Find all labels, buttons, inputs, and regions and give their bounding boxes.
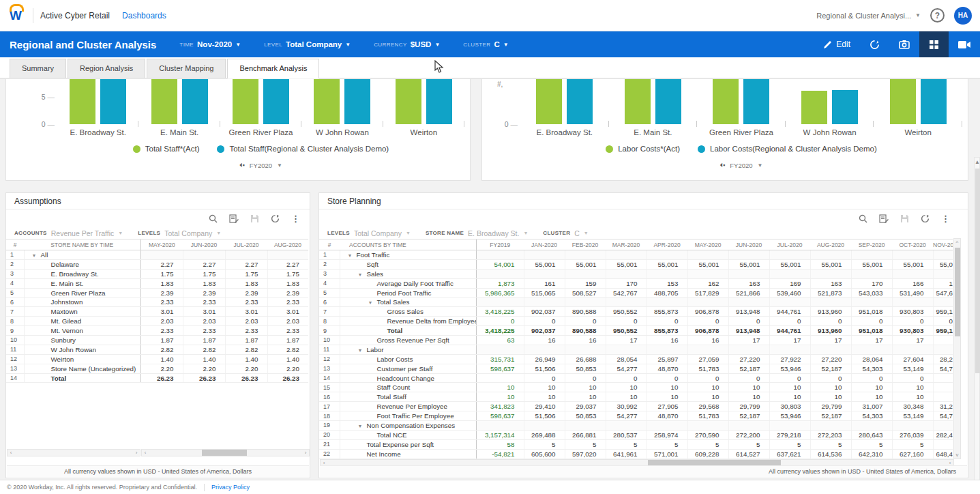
value-cell[interactable]: 159 bbox=[565, 278, 606, 288]
value-cell[interactable]: 0 bbox=[565, 317, 606, 326]
prev-period-icon[interactable]: ⏴▪ bbox=[720, 162, 726, 169]
value-cell[interactable]: 26,949 bbox=[524, 354, 565, 364]
value-cell[interactable]: 5 bbox=[647, 439, 687, 449]
value-cell[interactable]: 52,187 bbox=[728, 411, 769, 421]
value-cell[interactable] bbox=[728, 421, 769, 431]
value-cell[interactable] bbox=[769, 421, 810, 431]
value-cell[interactable] bbox=[687, 250, 728, 260]
value-cell[interactable]: 16 bbox=[647, 336, 687, 345]
value-cell[interactable]: 944,761 bbox=[769, 326, 810, 336]
page-vscrollbar[interactable]: ▲ bbox=[974, 157, 980, 494]
value-cell[interactable] bbox=[687, 297, 728, 307]
value-cell[interactable]: 0 bbox=[892, 373, 933, 383]
value-cell[interactable]: 0 bbox=[687, 317, 728, 326]
row-label-cell[interactable]: W John Rowan bbox=[24, 345, 140, 354]
video-button[interactable] bbox=[949, 31, 980, 57]
bar[interactable] bbox=[182, 79, 208, 124]
value-cell[interactable]: 315,731 bbox=[476, 354, 524, 364]
value-cell[interactable]: 642,310 bbox=[851, 449, 892, 459]
value-cell[interactable]: 266,881 bbox=[565, 430, 606, 439]
value-cell[interactable]: 10 bbox=[476, 383, 524, 392]
value-cell[interactable]: 1.83 bbox=[267, 278, 308, 288]
value-cell[interactable]: 54,001 bbox=[476, 259, 524, 269]
value-cell[interactable]: 53,149 bbox=[892, 364, 933, 373]
value-cell[interactable]: 52,187 bbox=[728, 364, 769, 373]
value-cell[interactable]: 51,783 bbox=[687, 364, 728, 373]
row-label-cell[interactable]: Period Foot Traffic bbox=[340, 288, 476, 297]
value-cell[interactable] bbox=[565, 421, 606, 431]
value-cell[interactable]: 531,490 bbox=[892, 288, 933, 297]
value-cell[interactable]: 52,187 bbox=[810, 411, 851, 421]
tab-summary[interactable]: Summary bbox=[10, 59, 66, 78]
value-cell[interactable] bbox=[769, 345, 810, 354]
value-cell[interactable]: 54,303 bbox=[851, 364, 892, 373]
value-cell[interactable] bbox=[647, 250, 687, 260]
accounts-filter[interactable]: ACCOUNTS Revenue Per Traffic ▼ bbox=[14, 229, 123, 237]
scrollbar-thumb[interactable] bbox=[955, 248, 960, 336]
value-cell[interactable]: 170 bbox=[851, 278, 892, 288]
value-cell[interactable]: 2.33 bbox=[183, 297, 225, 307]
value-cell[interactable] bbox=[606, 345, 647, 354]
value-cell[interactable]: 571,001 bbox=[647, 449, 687, 459]
value-cell[interactable]: 10 bbox=[728, 392, 769, 402]
value-cell[interactable]: 5 bbox=[892, 439, 933, 449]
row-label-cell[interactable]: Mt. Vernon bbox=[24, 326, 140, 336]
bar[interactable] bbox=[921, 79, 947, 124]
value-cell[interactable]: 272,200 bbox=[728, 430, 769, 439]
value-cell[interactable] bbox=[606, 421, 647, 431]
value-cell[interactable]: 53,149 bbox=[892, 411, 933, 421]
period-selector[interactable]: ⏴▪ FY2020 ▼ bbox=[57, 162, 464, 169]
value-cell[interactable]: 26.23 bbox=[140, 373, 183, 383]
value-cell[interactable]: 0 bbox=[476, 317, 524, 326]
value-cell[interactable] bbox=[769, 269, 810, 278]
value-cell[interactable]: 930,803 bbox=[892, 326, 933, 336]
value-cell[interactable]: 169 bbox=[769, 278, 810, 288]
value-cell[interactable] bbox=[728, 250, 769, 260]
row-label-cell[interactable]: Johnstown bbox=[24, 297, 140, 307]
value-cell[interactable]: 5 bbox=[565, 439, 606, 449]
value-cell[interactable] bbox=[606, 269, 647, 278]
value-cell[interactable] bbox=[647, 269, 687, 278]
value-cell[interactable]: 5 bbox=[606, 439, 647, 449]
bar[interactable] bbox=[314, 79, 340, 124]
row-label-cell[interactable]: Total bbox=[24, 373, 140, 383]
row-label-cell[interactable]: Weirton bbox=[24, 354, 140, 364]
value-cell[interactable]: 2.82 bbox=[267, 345, 308, 354]
value-cell[interactable]: 55,001 bbox=[851, 259, 892, 269]
value-cell[interactable]: 5 bbox=[524, 439, 565, 449]
value-cell[interactable]: 2.03 bbox=[183, 317, 225, 326]
value-cell[interactable]: 10 bbox=[892, 392, 933, 402]
value-cell[interactable]: 0 bbox=[647, 317, 687, 326]
value-cell[interactable]: 950,552 bbox=[606, 326, 647, 336]
value-cell[interactable]: 51,783 bbox=[687, 411, 728, 421]
value-cell[interactable]: 2.39 bbox=[267, 288, 308, 297]
value-cell[interactable]: 10 bbox=[524, 392, 565, 402]
value-cell[interactable] bbox=[851, 250, 892, 260]
scroll-left-arrow[interactable]: ‹ bbox=[142, 450, 149, 456]
value-cell[interactable]: 30,348 bbox=[892, 402, 933, 411]
value-cell[interactable]: 0 bbox=[524, 317, 565, 326]
value-cell[interactable]: 51,506 bbox=[524, 364, 565, 373]
value-cell[interactable]: 521,873 bbox=[810, 288, 851, 297]
value-cell[interactable]: 16 bbox=[524, 336, 565, 345]
edit-grid-icon[interactable] bbox=[229, 214, 239, 223]
nav-dashboards-link[interactable]: Dashboards bbox=[122, 11, 166, 20]
row-label-cell[interactable]: Total bbox=[340, 326, 476, 336]
value-cell[interactable]: 2.03 bbox=[225, 317, 267, 326]
value-cell[interactable] bbox=[687, 269, 728, 278]
value-cell[interactable]: 517,829 bbox=[687, 288, 728, 297]
value-cell[interactable]: 890,588 bbox=[565, 326, 606, 336]
value-cell[interactable] bbox=[851, 269, 892, 278]
row-label-cell[interactable]: ▼Non Compensation Expenses bbox=[340, 421, 476, 431]
value-cell[interactable]: 55,001 bbox=[687, 259, 728, 269]
bar[interactable] bbox=[743, 79, 769, 124]
value-cell[interactable]: 27,220 bbox=[728, 354, 769, 364]
value-cell[interactable]: 17 bbox=[892, 336, 933, 345]
value-cell[interactable] bbox=[933, 297, 953, 307]
value-cell[interactable]: 29,410 bbox=[524, 402, 565, 411]
value-cell[interactable]: 48,870 bbox=[647, 411, 687, 421]
value-cell[interactable]: 2.82 bbox=[140, 345, 183, 354]
value-cell[interactable]: 648,4 bbox=[933, 449, 953, 459]
value-cell[interactable]: 29,799 bbox=[810, 402, 851, 411]
value-cell[interactable]: 63 bbox=[476, 336, 524, 345]
